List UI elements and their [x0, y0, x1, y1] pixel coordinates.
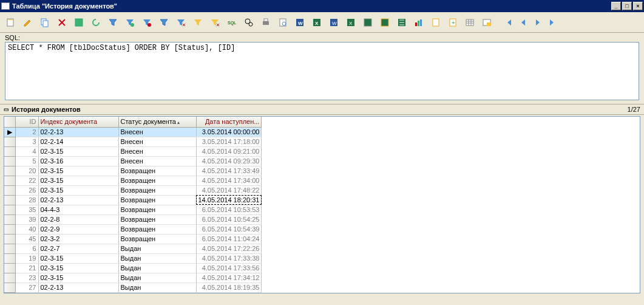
edit-icon[interactable] — [21, 15, 35, 30]
cell-index[interactable]: 02-2-7 — [38, 244, 118, 253]
filter-blue-icon[interactable] — [157, 15, 171, 30]
cell-index[interactable]: 02-2-9 — [38, 224, 118, 234]
cell-date[interactable]: 6.05.2014 11:04:24 — [196, 234, 262, 244]
refresh-icon[interactable] — [89, 15, 103, 30]
table-row[interactable]: 502-3-16Внесен4.05.2014 09:29:30 — [4, 156, 262, 166]
cell-date[interactable]: 4.05.2014 17:33:49 — [196, 166, 262, 176]
table-row[interactable]: 2902-3-14Выдан4.05.2014 18:27:53 — [4, 292, 262, 293]
cell-status[interactable]: Возвращен — [118, 185, 196, 195]
cell-id[interactable]: 29 — [15, 292, 38, 293]
row-indicator[interactable] — [4, 185, 15, 195]
cell-index[interactable]: 02-3-15 — [38, 176, 118, 185]
cell-status[interactable]: Возвращен — [118, 234, 196, 244]
row-indicator[interactable] — [4, 263, 15, 273]
cell-id[interactable]: 39 — [15, 214, 38, 224]
cell-status[interactable]: Выдан — [118, 292, 196, 293]
row-indicator[interactable] — [4, 244, 15, 253]
table-row[interactable]: 3504-4-3Возвращен6.05.2014 10:53:53 — [4, 205, 262, 214]
filter-yellow-icon[interactable] — [191, 15, 205, 30]
cell-status[interactable]: Возвращен — [118, 205, 196, 214]
cell-id[interactable]: 19 — [15, 253, 38, 263]
cell-status[interactable]: Возвращен — [118, 224, 196, 234]
filter-yellow-clear-icon[interactable] — [208, 15, 222, 30]
row-indicator[interactable] — [4, 146, 15, 156]
cell-date[interactable]: 4.05.2014 18:27:53 — [196, 292, 262, 293]
table-row[interactable]: 2002-3-15Возвращен4.05.2014 17:33:49 — [4, 166, 262, 176]
cell-id[interactable]: 23 — [15, 273, 38, 283]
column-header-index[interactable]: Индекс документа — [38, 117, 118, 127]
cell-index[interactable]: 02-3-2 — [38, 234, 118, 244]
row-indicator[interactable] — [4, 253, 15, 263]
cell-status[interactable]: Возвращен — [118, 195, 196, 205]
close-button[interactable]: × — [633, 2, 643, 10]
cell-status[interactable]: Внесен — [118, 146, 196, 156]
cell-index[interactable]: 02-2-14 — [38, 137, 118, 146]
table-row[interactable]: 402-3-15Внесен4.05.2014 09:21:00 — [4, 146, 262, 156]
cell-date[interactable]: 4.05.2014 17:22:26 — [196, 244, 262, 253]
cell-date[interactable]: 4.05.2014 17:34:12 — [196, 273, 262, 283]
cell-index[interactable]: 02-3-15 — [38, 263, 118, 273]
copy-icon[interactable] — [38, 15, 52, 30]
cell-id[interactable]: 45 — [15, 234, 38, 244]
cell-id[interactable]: 26 — [15, 185, 38, 195]
nav-prev-icon[interactable] — [517, 16, 529, 29]
cell-date[interactable]: 6.05.2014 10:54:39 — [196, 224, 262, 234]
table-row[interactable]: 1902-3-15Выдан4.05.2014 17:33:38 — [4, 253, 262, 263]
cell-date[interactable]: 3.05.2014 17:18:00 — [196, 137, 262, 146]
export-excel3-icon[interactable] — [361, 15, 375, 30]
filter-icon[interactable] — [106, 15, 120, 30]
cell-date[interactable]: 4.05.2014 09:29:30 — [196, 156, 262, 166]
table-row[interactable]: 3902-2-8Возвращен6.05.2014 10:54:25 — [4, 214, 262, 224]
export-excel4-icon[interactable] — [378, 15, 392, 30]
cell-date[interactable]: 4.05.2014 17:34:00 — [196, 176, 262, 185]
cell-id[interactable]: 3 — [15, 137, 38, 146]
filter-remove-icon[interactable] — [140, 15, 154, 30]
cell-index[interactable]: 04-4-3 — [38, 205, 118, 214]
table-row[interactable]: 2802-2-13Возвращен14.05.2014 18:20:31 — [4, 195, 262, 205]
print-icon[interactable] — [259, 15, 273, 30]
filter-clear-icon[interactable] — [174, 15, 188, 30]
row-indicator[interactable] — [4, 176, 15, 185]
maximize-button[interactable]: □ — [622, 2, 632, 10]
new-icon[interactable] — [4, 15, 18, 30]
cell-id[interactable]: 21 — [15, 263, 38, 273]
cell-date[interactable]: 6.05.2014 10:53:53 — [196, 205, 262, 214]
data-grid[interactable]: ID Индекс документа Статус документа▴ Да… — [4, 116, 640, 293]
filter-add-icon[interactable] — [123, 15, 137, 30]
cell-index[interactable]: 02-3-16 — [38, 156, 118, 166]
cell-index[interactable]: 02-2-13 — [38, 195, 118, 205]
nav-last-icon[interactable] — [546, 16, 558, 29]
cell-status[interactable]: Выдан — [118, 244, 196, 253]
chart-icon[interactable] — [412, 15, 426, 30]
cell-index[interactable]: 02-2-13 — [38, 283, 118, 292]
cell-date[interactable]: 4.05.2014 17:33:38 — [196, 253, 262, 263]
row-indicator[interactable] — [4, 137, 15, 146]
cell-date[interactable]: 4.05.2014 17:33:56 — [196, 263, 262, 273]
save-green-icon[interactable] — [72, 15, 86, 30]
table-folder-icon[interactable] — [480, 15, 494, 30]
cell-date[interactable]: 6.05.2014 10:54:25 — [196, 214, 262, 224]
cell-date[interactable]: 3.05.2014 00:00:00 — [196, 127, 262, 137]
cell-id[interactable]: 22 — [15, 176, 38, 185]
row-indicator[interactable] — [4, 195, 15, 205]
table-row[interactable]: 2602-3-15Возвращен4.05.2014 17:48:22 — [4, 185, 262, 195]
cell-date[interactable]: 4.05.2014 17:48:22 — [196, 185, 262, 195]
cell-status[interactable]: Выдан — [118, 263, 196, 273]
table-row[interactable]: 2202-3-15Возвращен4.05.2014 17:34:00 — [4, 176, 262, 185]
table-row[interactable]: 2702-2-13Выдан4.05.2014 18:19:35 — [4, 283, 262, 292]
row-indicator[interactable] — [4, 234, 15, 244]
cell-date[interactable]: 14.05.2014 18:20:31 — [196, 195, 262, 205]
row-indicator[interactable] — [4, 166, 15, 176]
row-indicator[interactable] — [4, 214, 15, 224]
nav-first-icon[interactable] — [503, 16, 515, 29]
cell-id[interactable]: 28 — [15, 195, 38, 205]
export-word-icon[interactable]: W — [293, 15, 307, 30]
column-header-id[interactable]: ID — [15, 117, 38, 127]
cell-status[interactable]: Выдан — [118, 283, 196, 292]
row-indicator[interactable] — [4, 283, 15, 292]
table-icon[interactable] — [463, 15, 477, 30]
cell-index[interactable]: 02-3-15 — [38, 273, 118, 283]
cell-index[interactable]: 02-2-13 — [38, 127, 118, 137]
preview-icon[interactable] — [276, 15, 290, 30]
cell-status[interactable]: Выдан — [118, 253, 196, 263]
